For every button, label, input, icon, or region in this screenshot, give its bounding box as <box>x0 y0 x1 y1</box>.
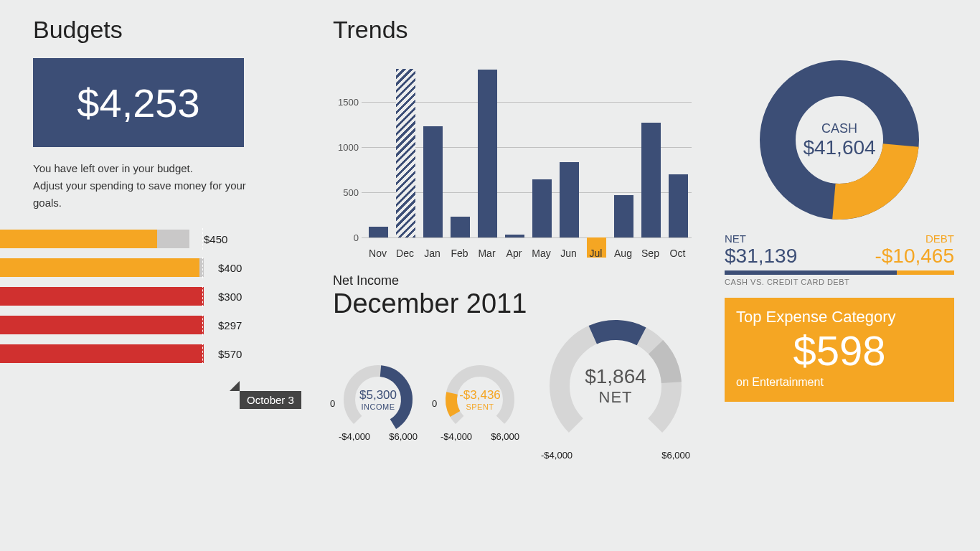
gauge-zero: 0 <box>330 398 335 409</box>
budget-bar-label: $450 <box>204 233 227 245</box>
income-gauge[interactable]: $5,300 INCOME 0 -$4,000 $6,000 <box>339 360 418 439</box>
cash-value: $41,604 <box>803 136 875 159</box>
net-income-barchart[interactable]: 0 500 1000 1500NovDecJanFebMarAprMayJunJ… <box>333 58 692 259</box>
budget-line2: Adjust your spending to save money for y… <box>33 177 270 212</box>
income-amount: $5,300 <box>359 388 397 402</box>
budget-bar-label: $400 <box>218 262 242 274</box>
budget-bar[interactable]: $297 <box>0 316 268 334</box>
net-vs-debt: NET $31,139 DEBT -$10,465 CASH VS. CREDI… <box>725 232 954 286</box>
budget-line1: You have left over in your budget. <box>33 160 270 177</box>
gauge-max: $6,000 <box>661 450 690 461</box>
bar-xtick: May <box>528 248 555 259</box>
cash-panel: CASH $41,604 NET $31,139 DEBT -$10,465 C… <box>725 57 954 402</box>
budget-bar[interactable]: $300 <box>0 287 268 306</box>
gauge-min: -$4,000 <box>440 431 472 442</box>
spent-gauge[interactable]: -$3,436 SPENT 0 -$4,000 $6,000 <box>440 360 519 439</box>
gauge-min: -$4,000 <box>541 450 573 461</box>
bar-xtick: Nov <box>364 248 392 259</box>
budget-bar-label: $300 <box>218 291 242 303</box>
bar[interactable] <box>532 179 552 237</box>
bar[interactable] <box>614 195 633 237</box>
cash-label: CASH <box>821 121 857 136</box>
budget-bar-label: $297 <box>218 319 242 331</box>
net-sub: NET <box>599 388 633 407</box>
net-vs-debt-caption: CASH VS. CREDIT CARD DEBT <box>725 278 954 286</box>
trends-title: Trends <box>333 16 692 44</box>
budget-amount: $4,253 <box>77 80 199 126</box>
spent-amount: -$3,436 <box>459 388 501 402</box>
bar-xtick: Apr <box>501 248 528 259</box>
bar-xtick: Jun <box>555 248 583 259</box>
gauge-max: $6,000 <box>389 431 418 442</box>
budget-bar[interactable]: $450 <box>0 230 268 248</box>
cash-donut[interactable]: CASH $41,604 <box>757 57 922 222</box>
bar[interactable] <box>669 174 688 237</box>
net-amount: $1,864 <box>585 365 646 388</box>
debt-label: DEBT <box>875 232 954 245</box>
top-expense-title: Top Expense Category <box>736 308 943 326</box>
budget-bar[interactable]: $400 <box>0 258 268 277</box>
income-sub: INCOME <box>362 402 395 411</box>
bar[interactable] <box>560 162 579 237</box>
net-income-label: Net Income <box>333 273 692 288</box>
gauge-min: -$4,000 <box>339 431 370 442</box>
spent-sub: SPENT <box>466 402 494 411</box>
date-tag[interactable]: October 3 <box>240 391 301 409</box>
trends-panel: Trends 0 500 1000 1500NovDecJanFebMarApr… <box>333 16 692 319</box>
net-vs-debt-bar <box>725 270 954 275</box>
bar[interactable] <box>451 217 470 237</box>
net-gauge[interactable]: $1,864 NET -$4,000 $6,000 <box>544 314 687 458</box>
top-expense-amount: $598 <box>736 329 943 373</box>
bar[interactable] <box>423 126 443 237</box>
bar-xtick: Aug <box>610 248 637 259</box>
bar-xtick: Sep <box>637 248 664 259</box>
top-expense-card[interactable]: Top Expense Category $598 on Entertainme… <box>725 298 954 402</box>
bar-xtick: Feb <box>446 248 473 259</box>
bar[interactable] <box>369 227 388 237</box>
bar-xtick: Dec <box>392 248 419 259</box>
bar[interactable] <box>641 123 661 237</box>
bar-xtick: Oct <box>664 248 692 259</box>
net-value: $31,139 <box>725 245 797 268</box>
bar[interactable] <box>478 70 497 237</box>
gauge-max: $6,000 <box>491 431 519 442</box>
bar-xtick: Mar <box>473 248 501 259</box>
bar-xtick: Jan <box>419 248 446 259</box>
budgets-panel: Budgets $4,253 You have left over in you… <box>33 16 298 212</box>
budget-bar-list: $450 $400 $300 $297 $570 <box>0 230 268 373</box>
debt-value: -$10,465 <box>875 245 954 268</box>
budgets-title: Budgets <box>33 16 298 44</box>
bar-xtick: Jul <box>583 248 610 259</box>
budget-description: You have left over in your budget. Adjus… <box>33 160 270 212</box>
budget-bar-label: $570 <box>218 348 242 360</box>
bar[interactable] <box>396 69 415 237</box>
gauge-zero: 0 <box>432 398 437 409</box>
top-expense-sub: on Entertainment <box>736 376 943 389</box>
budget-amount-box[interactable]: $4,253 <box>33 58 244 147</box>
budget-bar[interactable]: $570 <box>0 344 268 363</box>
net-label: NET <box>725 232 797 245</box>
bar[interactable] <box>505 235 524 237</box>
